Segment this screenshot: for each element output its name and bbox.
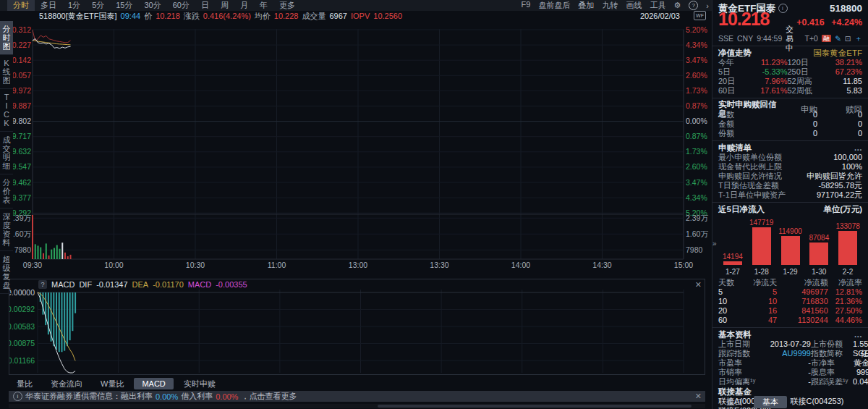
macd-macd-label: MACD	[188, 280, 211, 289]
flow-table-row: 101071683021.36%	[718, 297, 862, 306]
net-inflow-chart[interactable]: 141941-271477191-281149001-29870841-3013…	[718, 214, 862, 278]
nav-value: 67.23%	[822, 67, 863, 77]
edit-icon[interactable]: ✎	[835, 34, 841, 43]
indicator-tab-量比[interactable]: 量比	[9, 378, 41, 389]
nav-label: 52周低	[788, 86, 822, 96]
inflow-section-title: 近5日净流入	[718, 205, 765, 214]
collapse-panel-icon[interactable]: »	[712, 239, 717, 248]
toolbar-right: F9盘前盘后叠加九转画线工具 ⚙ ? ›	[522, 0, 709, 11]
toolbar-item[interactable]: 九转	[602, 0, 618, 11]
status-text-mid: 借入利率	[181, 391, 213, 402]
quote-tab-盘口[interactable]: 盘口	[718, 396, 752, 408]
nav-performance-rows: 今年11.23%120日38.21%5日-5.33%250日67.23%20日7…	[718, 58, 862, 96]
gear-icon[interactable]: ⚙	[673, 1, 681, 10]
sidebar-item-TICK[interactable]: TICK	[0, 89, 13, 132]
scrollbar-thumb[interactable]	[378, 405, 691, 408]
period-tab[interactable]: 30分	[139, 0, 167, 11]
nav-value: 11.85	[822, 77, 863, 86]
indicator-tab-MACD[interactable]: MACD	[134, 378, 173, 389]
inflow-bar	[809, 243, 828, 265]
redeem-list-rows: 最小申赎单位份额100,000现金替代比例上限100%申购赎回允许情况申购赎回皆…	[718, 153, 862, 200]
toolbar-item[interactable]: 工具	[650, 0, 665, 11]
time-axis: 09:3010:0010:3011:0013:0013:3014:0014:30…	[13, 260, 712, 270]
more-icon[interactable]: …	[854, 143, 863, 153]
add-icon[interactable]: ＋	[855, 34, 863, 43]
toolbar-item[interactable]: 叠加	[578, 0, 594, 11]
svg-text:0.00000: 0.00000	[9, 288, 35, 297]
period-tab[interactable]: 年	[254, 0, 273, 11]
svg-text:10.142: 10.142	[13, 56, 31, 64]
svg-text:-0.00875: -0.00875	[9, 339, 35, 347]
inflow-value-label: 133078	[829, 222, 867, 231]
time-tick: 09:30	[23, 261, 42, 269]
chevron-right-icon[interactable]: ›	[706, 1, 709, 10]
time-tick: 15:00	[674, 261, 693, 269]
status-bar[interactable]: i 华泰证券融券通供需信息：融出利率 0.00% 借入利率 0.00% ，点击查…	[9, 391, 705, 402]
svg-text:-0.00292: -0.00292	[9, 305, 35, 313]
help-icon[interactable]: ?	[689, 1, 698, 10]
wf-badge-icon[interactable]: WF	[694, 11, 706, 20]
period-tab[interactable]: 日	[195, 0, 215, 11]
macd-close-icon[interactable]: ✕	[695, 280, 702, 290]
toolbar-item[interactable]: 画线	[626, 0, 642, 11]
sidebar-item-成交明细[interactable]: 成交明细	[0, 132, 13, 174]
time-value: 09:44	[121, 11, 141, 21]
period-tab[interactable]: 月	[234, 0, 254, 11]
price-value: 10.218	[156, 11, 180, 21]
period-tab[interactable]: 周	[215, 0, 234, 11]
sidebar-item-K线图[interactable]: K线图	[0, 55, 13, 89]
redeem-row: 现金替代比例上限100%	[718, 162, 862, 172]
nav-value: 5.83	[822, 86, 863, 96]
svg-text:3.47%: 3.47%	[686, 56, 707, 64]
toolbar-item[interactable]: 盘前盘后	[538, 0, 570, 11]
sidebar-item-深度资料[interactable]: 深度资料	[0, 208, 13, 251]
tracked-fund-name[interactable]: 国泰黄金ETF	[813, 49, 862, 58]
link-fund-item[interactable]: 联接C(004253)	[791, 397, 863, 406]
period-tab[interactable]: 15分	[110, 0, 138, 11]
period-tab[interactable]: 分时	[7, 0, 35, 11]
nav-label: 今年	[718, 58, 747, 67]
sidebar-item-分时图[interactable]: 分时图	[0, 21, 13, 55]
realtime-row: 份额00	[718, 129, 862, 138]
sidebar-item-分价表[interactable]: 分价表	[0, 174, 13, 208]
horizontal-scrollbar[interactable]	[9, 404, 705, 408]
status-text-prefix: 华泰证券融券通供需信息：融出利率	[25, 391, 153, 402]
market-status: 交易中	[786, 25, 797, 53]
svg-text:10.312: 10.312	[13, 25, 31, 34]
iopv-label: IOPV	[351, 11, 370, 21]
inflow-bar	[752, 227, 771, 265]
nav-label: 52周高	[788, 77, 822, 86]
fund-info-icon[interactable]: i	[778, 4, 788, 13]
period-tab[interactable]: 5分	[86, 0, 110, 11]
status-more-link[interactable]: ，点击查看更多	[241, 391, 297, 402]
period-tab[interactable]: 多日	[35, 0, 62, 11]
svg-text:9.887: 9.887	[13, 101, 31, 110]
macd-help-icon[interactable]: ?	[38, 280, 47, 289]
sidebar-item-超级复盘[interactable]: 超级复盘	[0, 251, 13, 294]
period-tab[interactable]: 1分	[62, 0, 86, 11]
frame-icon[interactable]: ⊡	[845, 34, 851, 43]
indicator-tab-资金流向[interactable]: 资金流向	[43, 378, 90, 389]
period-tab[interactable]: 更多	[273, 0, 301, 11]
indicator-tab-W量比[interactable]: W量比	[93, 378, 132, 389]
period-tab[interactable]: 60分	[167, 0, 195, 11]
macd-panel[interactable]: ? MACD DIF -0.01347 DEA -0.01170 MACD -0…	[9, 279, 705, 375]
chart-region: 分时多日1分5分15分30分60分日周月年更多 F9盘前盘后叠加九转画线工具 ⚙…	[0, 0, 712, 409]
status-close-icon[interactable]: ✕	[695, 392, 702, 401]
quote-tab-基本[interactable]: 基本	[754, 396, 787, 408]
svg-text:2.60%: 2.60%	[686, 71, 707, 80]
time-tick: 14:00	[511, 261, 530, 269]
inflow-bar	[838, 231, 857, 265]
intraday-chart[interactable]: 10.3125.20%10.2274.34%10.1423.47%10.0572…	[13, 21, 712, 260]
toolbar-item[interactable]: F9	[522, 0, 531, 11]
indicator-tab-实时申赎[interactable]: 实时申赎	[176, 378, 224, 389]
svg-text:4.34%: 4.34%	[686, 193, 707, 202]
chart-info-bar: 518800[黄金ETF国泰] 09:44 价 10.218 涨跌 0.416(…	[0, 11, 712, 21]
svg-text:-0.01166: -0.01166	[9, 356, 35, 365]
nav-value: 11.23%	[747, 58, 788, 67]
svg-text:3.47%: 3.47%	[686, 178, 707, 187]
basic-more-icon[interactable]: …	[854, 330, 863, 340]
flow-table-row: 6047113024444.46%	[718, 316, 862, 325]
basic-row: 上市日期2013-07-29上市份额1.55亿	[718, 340, 862, 349]
left-side-nav: 分时图K线图TICK成交明细分价表深度资料超级复盘	[0, 21, 13, 294]
